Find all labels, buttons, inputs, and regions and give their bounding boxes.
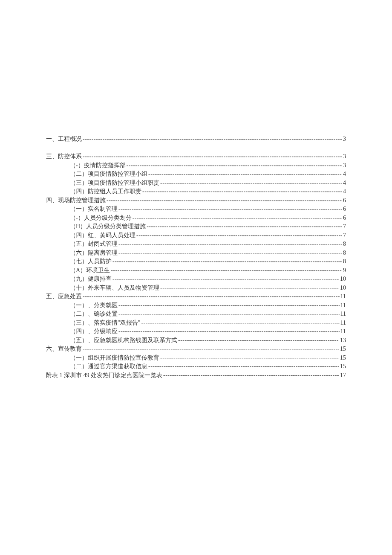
toc-page: 13 <box>339 336 346 345</box>
toc-page: 4 <box>342 187 346 196</box>
toc-title: （三）、落实疫情"双报告" <box>70 319 140 328</box>
toc-leader <box>118 240 342 249</box>
toc-spacer <box>46 144 346 153</box>
toc-entry: （五）封闭式管理8 <box>46 240 346 249</box>
toc-entry: （一）、分类就医11 <box>46 301 346 310</box>
toc-page: 11 <box>340 327 346 336</box>
toc-title: （H）人员分级分类管理措施 <box>70 222 146 231</box>
toc-entry: （二）、确诊处置11 <box>46 310 346 319</box>
toc-title: （七）人员防护 <box>70 257 112 266</box>
toc-page: 3 <box>342 152 346 161</box>
toc-entry: （三）项目疫情防控管理小组职责4 <box>46 179 346 188</box>
toc-page: 8 <box>342 240 346 249</box>
toc-title: （五）封闭式管理 <box>70 240 118 249</box>
toc-leader <box>110 266 342 275</box>
toc-title: （A）环境卫生 <box>70 266 110 275</box>
toc-entry: （六）隔离房管理8 <box>46 249 346 258</box>
toc-title: （二）项目疫情防控管理小组 <box>70 170 147 179</box>
toc-entry: （-）人员分级分类划分6 <box>46 214 346 223</box>
toc-title: 三、防控体系 <box>46 152 82 161</box>
toc-title: （二）、确诊处置 <box>70 310 118 319</box>
toc-leader <box>147 170 342 179</box>
toc-page: 11 <box>340 301 346 310</box>
toc-entry: （五）、应急就医机构路线图及联系方式13 <box>46 336 346 345</box>
toc-title: （一）实名制管理 <box>70 205 118 214</box>
toc-leader <box>82 135 342 144</box>
toc-page: 10 <box>339 284 346 293</box>
toc-entry: （H）人员分级分类管理措施7 <box>46 222 346 231</box>
toc-title: （五）、应急就医机构路线图及联系方式 <box>70 336 177 345</box>
toc-leader <box>141 187 342 196</box>
toc-entry: （一）实名制管理6 <box>46 205 346 214</box>
toc-leader <box>159 354 339 363</box>
toc-title: （九）健康排查 <box>70 275 112 284</box>
toc-entry: 六、宣传教育15 <box>46 345 346 354</box>
toc-leader <box>82 152 342 161</box>
toc-page: 11 <box>340 292 346 301</box>
toc-title: 五、应急处置 <box>46 292 82 301</box>
toc-page: 11 <box>340 319 346 328</box>
toc-page: 3 <box>342 135 346 144</box>
toc-entry: （二）通过官方渠道获取信息15 <box>46 362 346 371</box>
toc-entry: 五、应急处置11 <box>46 292 346 301</box>
toc-entry: （二）项目疫情防控管理小组4 <box>46 170 346 179</box>
toc-title: （六）隔离房管理 <box>70 249 118 258</box>
toc-leader <box>118 327 340 336</box>
toc-leader <box>106 196 342 205</box>
toc-page: 4 <box>342 179 346 188</box>
toc-title: （三）项目疫情防控管理小组职责 <box>70 179 159 188</box>
toc-page: 8 <box>342 257 346 266</box>
toc-leader <box>118 310 340 319</box>
toc-title: 六、宣传教育 <box>46 345 82 354</box>
toc-title: （一）、分类就医 <box>70 301 118 310</box>
toc-page: 11 <box>340 310 346 319</box>
toc-page: 15 <box>339 362 346 371</box>
toc-page: 15 <box>339 354 346 363</box>
toc-leader <box>82 292 340 301</box>
toc-entry: （四）防控组人员工作职责4 <box>46 187 346 196</box>
toc-page: 10 <box>339 275 346 284</box>
toc-title: 附表 1 深圳市 49 处发热门诊定点医院一览表 <box>46 371 162 380</box>
toc-leader <box>132 214 342 223</box>
toc-page: 9 <box>342 266 346 275</box>
toc-page: 6 <box>342 196 346 205</box>
toc-leader <box>162 371 339 380</box>
toc-leader <box>135 231 342 240</box>
toc-entry: （A）环境卫生9 <box>46 266 346 275</box>
toc-entry: （一）组织开展疫情防控宣传教育15 <box>46 354 346 363</box>
toc-title: （四）、分级响应 <box>70 327 118 336</box>
toc-title: 一、工程概况 <box>46 135 82 144</box>
table-of-contents: 一、工程概况3三、防控体系3（-）疫情防控指挥部3（二）项目疫情防控管理小组4（… <box>46 135 346 380</box>
toc-leader <box>112 275 339 284</box>
toc-entry: 四、现场防控管理措施6 <box>46 196 346 205</box>
toc-entry: （九）健康排查10 <box>46 275 346 284</box>
toc-title: （四）红、黄码人员处理 <box>70 231 135 240</box>
toc-leader <box>159 179 342 188</box>
toc-leader <box>147 362 339 371</box>
toc-leader <box>118 301 340 310</box>
toc-page: 4 <box>342 170 346 179</box>
toc-entry: （三）、落实疫情"双报告"11 <box>46 319 346 328</box>
toc-entry: 一、工程概况3 <box>46 135 346 144</box>
toc-leader <box>118 249 342 258</box>
toc-page: 3 <box>342 161 346 170</box>
toc-page: 7 <box>342 231 346 240</box>
toc-page: 15 <box>339 345 346 354</box>
toc-entry: （四）、分级响应11 <box>46 327 346 336</box>
toc-leader <box>177 336 339 345</box>
toc-title: （二）通过官方渠道获取信息 <box>70 362 147 371</box>
toc-entry: （-）疫情防控指挥部3 <box>46 161 346 170</box>
toc-title: （一）组织开展疫情防控宣传教育 <box>70 354 159 363</box>
toc-leader <box>126 161 342 170</box>
toc-title: （-）疫情防控指挥部 <box>70 161 126 170</box>
toc-entry: （十）外来车辆、人员及物资管理10 <box>46 284 346 293</box>
toc-page: 8 <box>342 249 346 258</box>
toc-entry: （四）红、黄码人员处理7 <box>46 231 346 240</box>
toc-leader <box>118 205 342 214</box>
toc-leader <box>159 284 339 293</box>
toc-leader <box>112 257 342 266</box>
toc-page: 7 <box>342 222 346 231</box>
toc-page: 17 <box>339 371 346 380</box>
toc-title: （十）外来车辆、人员及物资管理 <box>70 284 159 293</box>
toc-leader <box>146 222 342 231</box>
